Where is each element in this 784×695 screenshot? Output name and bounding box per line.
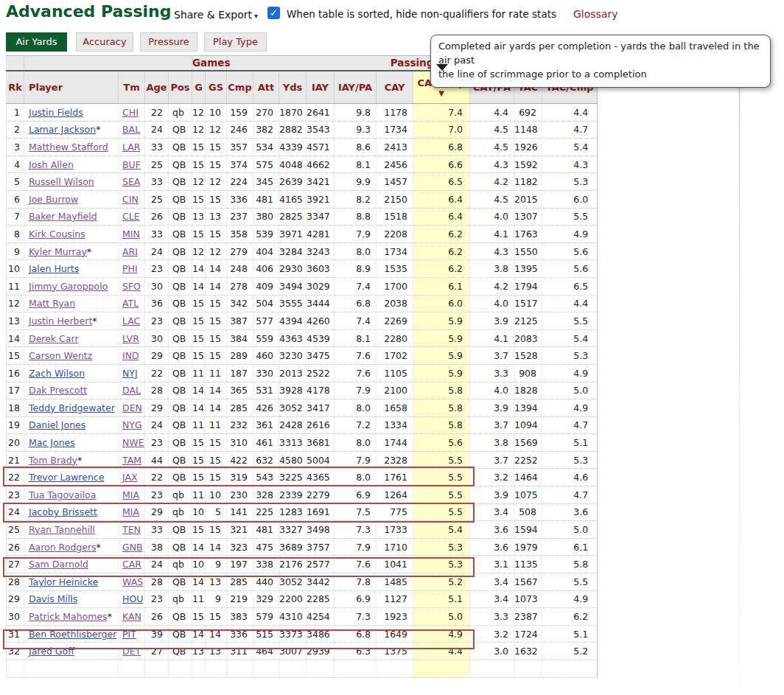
- team-link[interactable]: MIA: [122, 506, 139, 517]
- player-link[interactable]: Teddy Bridgewater: [29, 402, 115, 413]
- column-header-age[interactable]: Age: [145, 71, 169, 104]
- team-link[interactable]: NWE: [122, 437, 144, 448]
- player-link[interactable]: Taylor Heinicke: [29, 576, 98, 587]
- cell-iay_pa: 9.9: [335, 173, 377, 191]
- column-header-yds[interactable]: Yds: [279, 71, 307, 104]
- player-link[interactable]: Carson Wentz: [29, 350, 92, 361]
- column-header-g[interactable]: G: [192, 71, 206, 104]
- player-link[interactable]: Ben Roethlisberger: [29, 629, 116, 640]
- cell-rk: [7, 660, 24, 678]
- column-header-iay_pa[interactable]: IAY/PA: [335, 71, 377, 104]
- team-link[interactable]: PHI: [122, 263, 138, 274]
- team-link[interactable]: WAS: [122, 576, 143, 587]
- tab-air-yards[interactable]: Air Yards: [6, 32, 67, 52]
- cell-cay: 1733: [377, 521, 413, 539]
- team-link[interactable]: SFO: [122, 281, 141, 292]
- team-link[interactable]: LAR: [122, 142, 141, 153]
- team-link[interactable]: NYJ: [122, 368, 138, 379]
- team-link[interactable]: PIT: [122, 629, 136, 640]
- player-link[interactable]: Derek Carr: [29, 333, 79, 344]
- tab-play-type[interactable]: Play Type: [204, 32, 267, 52]
- player-link[interactable]: Lamar Jackson: [29, 124, 96, 135]
- team-link[interactable]: DEN: [122, 402, 142, 413]
- player-link[interactable]: Justin Fields: [29, 107, 83, 118]
- column-header-pos[interactable]: Pos: [169, 71, 192, 104]
- team-link[interactable]: CHI: [122, 107, 139, 118]
- team-link[interactable]: CAR: [122, 559, 141, 570]
- column-header-att[interactable]: Att: [253, 71, 279, 104]
- player-link[interactable]: Patrick Mahomes: [29, 611, 108, 622]
- column-header-rk[interactable]: Rk: [7, 71, 24, 104]
- cell-cay_cmp: 5.3: [413, 538, 470, 556]
- team-link[interactable]: TEN: [122, 524, 141, 535]
- team-link[interactable]: IND: [122, 350, 139, 361]
- column-header-cay[interactable]: CAY: [377, 71, 413, 104]
- player-link[interactable]: Joe Burrow: [29, 194, 78, 205]
- player-link[interactable]: Kirk Cousins: [29, 228, 85, 240]
- team-link[interactable]: CIN: [122, 194, 139, 205]
- player-link[interactable]: Josh Allen: [29, 159, 74, 170]
- team-link[interactable]: JAX: [122, 472, 138, 483]
- cell-pos: QB: [169, 469, 192, 486]
- player-link[interactable]: Aaron Rodgers: [29, 542, 97, 553]
- cell-iay_pa: 8.6: [335, 139, 377, 156]
- player-link[interactable]: Jalen Hurts: [29, 263, 79, 274]
- share-export-menu[interactable]: Share & Export▾: [174, 9, 258, 21]
- cell-att: 426: [253, 399, 279, 417]
- player-link[interactable]: Davis Mills: [29, 593, 77, 604]
- cell-tm: LVR: [119, 329, 145, 347]
- player-link[interactable]: Jacoby Brissett: [29, 506, 97, 517]
- player-link[interactable]: Trevor Lawrence: [29, 472, 104, 483]
- team-link[interactable]: MIA: [122, 489, 139, 500]
- team-link[interactable]: LVR: [122, 333, 139, 344]
- player-link[interactable]: Dak Prescott: [29, 385, 87, 396]
- player-link[interactable]: Tom Brady: [29, 455, 77, 466]
- cell-age: 27: [145, 643, 169, 660]
- player-link[interactable]: Russell Wilson: [29, 176, 94, 187]
- tab-pressure[interactable]: Pressure: [140, 32, 197, 52]
- team-link[interactable]: CLE: [122, 211, 140, 222]
- column-header-cmp[interactable]: Cmp: [227, 71, 253, 104]
- team-link[interactable]: BAL: [122, 124, 140, 135]
- cell-yac: 2125: [514, 312, 542, 330]
- team-link[interactable]: NYG: [122, 419, 142, 430]
- team-link[interactable]: LAC: [122, 315, 140, 326]
- player-link[interactable]: Matthew Stafford: [29, 142, 108, 153]
- cell-cay_pa: 4.3: [470, 242, 514, 260]
- cell-player: Carson Wentz: [24, 347, 119, 365]
- team-link[interactable]: KAN: [122, 611, 141, 622]
- team-link[interactable]: DET: [122, 646, 141, 657]
- team-link[interactable]: TAM: [122, 455, 141, 466]
- team-link[interactable]: SEA: [122, 176, 140, 187]
- column-header-iay[interactable]: IAY: [307, 71, 335, 104]
- column-header-gs[interactable]: GS: [206, 71, 227, 104]
- team-link[interactable]: BUF: [122, 159, 141, 170]
- table-row: 15Carson WentzIND29QB1515289460323034757…: [7, 347, 598, 365]
- tab-accuracy[interactable]: Accuracy: [76, 32, 133, 52]
- team-link[interactable]: HOU: [122, 593, 143, 604]
- team-link[interactable]: GNB: [122, 542, 143, 553]
- player-link[interactable]: Ryan Tannehill: [29, 524, 95, 535]
- player-link[interactable]: Jared Goff: [29, 646, 74, 657]
- player-link[interactable]: Matt Ryan: [29, 298, 75, 309]
- glossary-link[interactable]: Glossary: [573, 8, 618, 20]
- player-link[interactable]: Zach Wilson: [29, 368, 85, 379]
- team-link[interactable]: DAL: [122, 385, 141, 396]
- team-link[interactable]: ATL: [122, 298, 139, 309]
- player-link[interactable]: Tua Tagovailoa: [29, 489, 96, 500]
- player-link[interactable]: Baker Mayfield: [29, 211, 97, 222]
- player-link[interactable]: Justin Herbert: [29, 315, 92, 326]
- player-link[interactable]: Mac Jones: [29, 437, 75, 448]
- team-link[interactable]: ARI: [122, 246, 138, 257]
- cell-iay_pa: 7.6: [335, 364, 377, 382]
- column-header-tm[interactable]: Tm: [119, 71, 145, 104]
- cell-tm: SEA: [119, 173, 145, 191]
- player-link[interactable]: Kyler Murray: [29, 246, 87, 257]
- hide-nonqualifiers-checkbox[interactable]: ✓: [267, 7, 280, 19]
- team-link[interactable]: MIN: [122, 228, 140, 240]
- player-link[interactable]: Jimmy Garoppolo: [29, 281, 108, 292]
- player-link[interactable]: Daniel Jones: [29, 419, 85, 430]
- player-link[interactable]: Sam Darnold: [29, 559, 88, 570]
- cell-rk: 29: [7, 590, 24, 608]
- column-header-player[interactable]: Player: [24, 71, 119, 104]
